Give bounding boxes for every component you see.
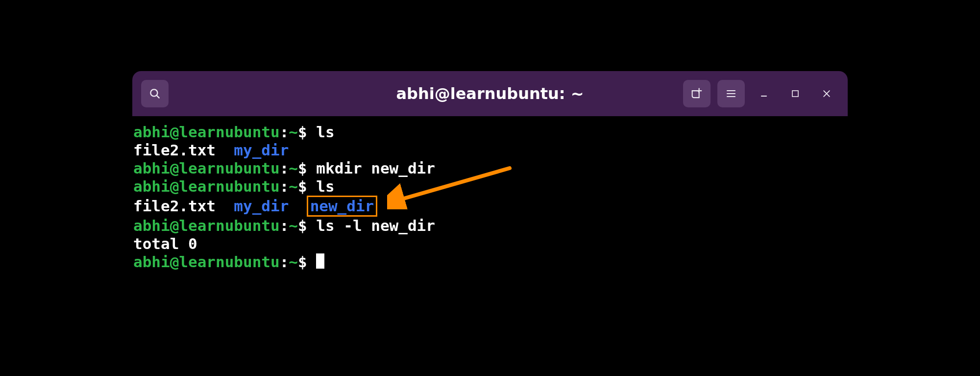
minimize-icon [759, 89, 769, 99]
terminal-line: total 0 [132, 235, 848, 253]
window-title: abhi@learnubuntu: ~ [396, 84, 584, 103]
prompt-user-host: abhi@learnubuntu [133, 123, 280, 141]
svg-rect-8 [792, 91, 798, 97]
prompt-symbol: $ [298, 123, 307, 141]
prompt-user-host: abhi@learnubuntu [133, 159, 280, 177]
terminal-line: abhi@learnubuntu:~$ ls [132, 177, 848, 196]
hamburger-menu-icon [725, 88, 737, 100]
cursor [316, 253, 324, 269]
terminal-line: abhi@learnubuntu:~$ mkdir new_dir [132, 159, 848, 177]
titlebar-right-group [683, 80, 839, 107]
prompt-colon: : [280, 123, 289, 141]
ls-dir-highlighted: new_dir [310, 197, 374, 215]
search-button[interactable] [141, 80, 169, 107]
minimize-button[interactable] [752, 89, 776, 99]
terminal-window: abhi@learnubuntu: ~ [132, 71, 848, 305]
highlight-box: new_dir [307, 196, 378, 217]
command-text: mkdir new_dir [316, 159, 435, 177]
search-icon [148, 87, 161, 100]
output-text: total 0 [133, 235, 197, 252]
new-tab-icon [690, 87, 704, 100]
command-text: ls [316, 123, 334, 141]
command-text: ls -l new_dir [316, 217, 435, 234]
close-icon [822, 89, 832, 99]
terminal-line: file2.txt my_dir new_dir [132, 196, 848, 217]
menu-button[interactable] [717, 80, 745, 107]
ls-file: file2.txt [133, 141, 216, 159]
terminal-line: file2.txt my_dir [132, 141, 848, 159]
ls-dir: my_dir [234, 141, 289, 159]
command-text: ls [316, 177, 334, 195]
terminal-line: abhi@learnubuntu:~$ ls [132, 123, 848, 141]
prompt-path: ~ [289, 123, 298, 141]
ls-file: file2.txt [133, 197, 216, 215]
terminal-body[interactable]: abhi@learnubuntu:~$ ls file2.txt my_dir … [132, 116, 848, 305]
terminal-line: abhi@learnubuntu:~$ [132, 253, 848, 271]
maximize-icon [791, 89, 800, 98]
terminal-line: abhi@learnubuntu:~$ ls -l new_dir [132, 217, 848, 235]
svg-line-1 [156, 95, 159, 98]
close-button[interactable] [814, 89, 839, 99]
maximize-button[interactable] [783, 89, 808, 98]
new-tab-button[interactable] [683, 80, 710, 107]
titlebar: abhi@learnubuntu: ~ [132, 71, 848, 116]
ls-dir: my_dir [234, 197, 289, 215]
